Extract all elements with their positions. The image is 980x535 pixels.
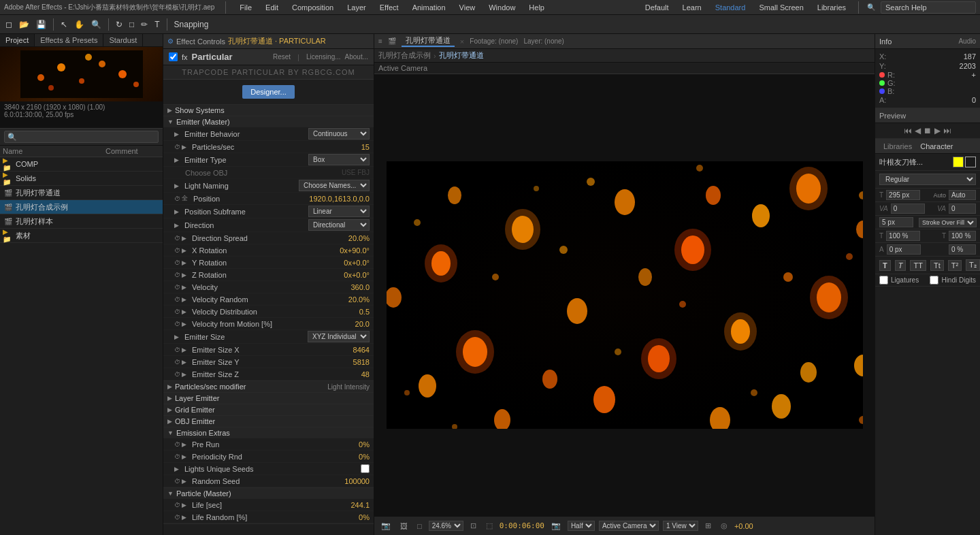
- emitter-size-select[interactable]: XYZ Individual: [308, 331, 370, 342]
- preview-last-btn[interactable]: ⏭: [943, 126, 951, 135]
- menu-help[interactable]: Help: [526, 3, 547, 12]
- workspace-default[interactable]: Default: [641, 2, 673, 13]
- value-life[interactable]: 244.1: [315, 501, 370, 509]
- pen-tool[interactable]: ✏: [138, 18, 150, 31]
- snapshot-btn[interactable]: 📷: [378, 520, 393, 532]
- value-position[interactable]: 1920.0,1613.0,0.0: [309, 195, 370, 203]
- show-systems-header[interactable]: ▶ Show Systems: [163, 105, 374, 116]
- show-alpha-btn[interactable]: □: [414, 521, 425, 532]
- preview-prev-btn[interactable]: ◀: [915, 126, 921, 135]
- obj-emitter-header[interactable]: ▶ OBJ Emitter: [163, 416, 374, 427]
- quality-select[interactable]: Half: [568, 521, 595, 531]
- shape-tool[interactable]: □: [127, 18, 137, 31]
- particle-master-header[interactable]: ▼ Particle (Master): [163, 488, 374, 499]
- new-btn[interactable]: ◻: [3, 18, 15, 31]
- value-x-rotation[interactable]: 0x+90.0°: [315, 246, 370, 255]
- region-btn[interactable]: ⬚: [483, 520, 495, 532]
- emission-extras-header[interactable]: ▼ Emission Extras: [163, 427, 374, 438]
- value-velocity-random[interactable]: 20.0%: [315, 295, 370, 304]
- grid-emitter-header[interactable]: ▶ Grid Emitter: [163, 404, 374, 415]
- char-font-size-input[interactable]: [886, 190, 920, 200]
- search-input[interactable]: [881, 1, 976, 14]
- char-stroke-color[interactable]: [965, 157, 976, 167]
- menu-animation[interactable]: Animation: [410, 3, 448, 12]
- reset-btn[interactable]: Reset: [273, 53, 291, 61]
- breadcrumb-current[interactable]: 孔明灯带通道: [439, 50, 484, 61]
- breadcrumb-root[interactable]: 孔明灯合成示例: [378, 50, 431, 61]
- position-subframe-select[interactable]: Linear: [308, 206, 370, 217]
- bold-btn[interactable]: T: [879, 260, 891, 271]
- preview-first-btn[interactable]: ⏮: [904, 126, 912, 135]
- value-y-rotation[interactable]: 0x+0.0°: [315, 259, 370, 267]
- save-btn[interactable]: 💾: [33, 18, 49, 31]
- char-tsume-input[interactable]: [949, 244, 976, 255]
- project-search-input[interactable]: [4, 131, 159, 143]
- char-stroke-type-select[interactable]: Stroke Over Fill: [919, 218, 977, 227]
- value-velocity-distribution[interactable]: 0.5: [315, 308, 370, 316]
- char-tracking-input[interactable]: [949, 204, 976, 214]
- zoom-select[interactable]: 24.6%: [429, 521, 463, 531]
- direction-select[interactable]: Directional: [308, 219, 370, 231]
- about-btn[interactable]: About...: [345, 53, 368, 61]
- camera-view-select[interactable]: Active Camera: [599, 521, 659, 531]
- emitter-master-header[interactable]: ▼ Emitter (Master): [163, 116, 374, 127]
- value-particles-sec[interactable]: 15: [315, 143, 370, 151]
- allcaps-btn[interactable]: TT: [910, 260, 926, 271]
- audio-tab[interactable]: Audio: [958, 37, 976, 45]
- tab-stardust[interactable]: Stardust: [103, 34, 143, 46]
- designer-button[interactable]: Designer...: [242, 85, 295, 99]
- menu-file[interactable]: File: [237, 3, 255, 12]
- char-kerning-input[interactable]: [891, 204, 925, 214]
- menu-edit[interactable]: Edit: [263, 3, 281, 12]
- char-fill-color[interactable]: [953, 157, 964, 167]
- tree-item-solids[interactable]: ▶ 📁 Solids: [0, 172, 163, 186]
- ligatures-checkbox[interactable]: [879, 276, 888, 285]
- camera-btn[interactable]: 📷: [549, 520, 564, 532]
- hindi-digits-checkbox[interactable]: [930, 276, 938, 285]
- char-font-style-select[interactable]: Regular: [879, 174, 976, 185]
- smallcaps-btn[interactable]: Tt: [930, 260, 944, 271]
- workspace-standard[interactable]: Standard: [711, 2, 750, 13]
- emitter-behavior-select[interactable]: Continuous: [308, 128, 370, 140]
- zoom-tool[interactable]: 🔍: [88, 18, 104, 31]
- char-baseline-input[interactable]: [887, 244, 921, 255]
- sub-btn[interactable]: T₂: [966, 259, 980, 271]
- grid-btn[interactable]: ⊞: [702, 520, 714, 532]
- tree-item-sucai[interactable]: ▶ 📁 素材: [0, 229, 163, 243]
- tree-item-kong-yang[interactable]: 🎬 孔明灯样本: [0, 214, 163, 229]
- layer-emitter-header[interactable]: ▶ Layer Emitter: [163, 393, 374, 404]
- select-tool[interactable]: ↖: [58, 18, 70, 31]
- rotate-tool[interactable]: ↻: [113, 18, 125, 31]
- italic-btn[interactable]: T: [895, 260, 906, 271]
- viewport[interactable]: [374, 74, 875, 516]
- char-stroke-width-input[interactable]: [879, 217, 913, 227]
- menu-window[interactable]: Window: [486, 3, 518, 12]
- particular-enable-checkbox[interactable]: [169, 52, 178, 61]
- char-horiz-scale-input[interactable]: [949, 231, 976, 241]
- value-velocity-from-motion[interactable]: 20.0: [315, 320, 370, 328]
- preview-play-btn[interactable]: ▶: [934, 126, 941, 135]
- tree-item-comp[interactable]: ▶ 📁 COMP: [0, 157, 163, 172]
- tab-project[interactable]: Project: [0, 34, 35, 46]
- character-tab[interactable]: Character: [916, 142, 957, 150]
- super-btn[interactable]: T²: [948, 260, 962, 271]
- value-velocity[interactable]: 360.0: [315, 283, 370, 291]
- value-emitter-size-z[interactable]: 48: [315, 370, 370, 378]
- fit-btn[interactable]: ⊡: [468, 520, 479, 532]
- particles-modifier-header[interactable]: ▶ Particles/sec modifier Light Intensity: [163, 381, 374, 392]
- value-life-random[interactable]: 0%: [315, 513, 370, 521]
- libraries-tab[interactable]: Libraries: [879, 142, 916, 150]
- menu-composition[interactable]: Composition: [289, 3, 336, 12]
- motion-blur-btn[interactable]: ◎: [718, 520, 730, 532]
- tab-effects-presets[interactable]: Effects & Presets: [35, 34, 103, 46]
- hand-tool[interactable]: ✋: [71, 18, 87, 31]
- preview-stop-btn[interactable]: ⏹: [924, 126, 932, 135]
- comp-tab-1[interactable]: 孔明灯带通道: [402, 35, 455, 47]
- show-snapshot-btn[interactable]: 🖼: [397, 521, 410, 532]
- menu-view[interactable]: View: [457, 3, 478, 12]
- value-pre-run[interactable]: 0%: [315, 440, 370, 449]
- menu-effect[interactable]: Effect: [377, 3, 402, 12]
- value-direction-spread[interactable]: 20.0%: [315, 234, 370, 242]
- value-random-seed[interactable]: 100000: [315, 477, 370, 485]
- light-naming-select[interactable]: Choose Names...: [299, 180, 370, 191]
